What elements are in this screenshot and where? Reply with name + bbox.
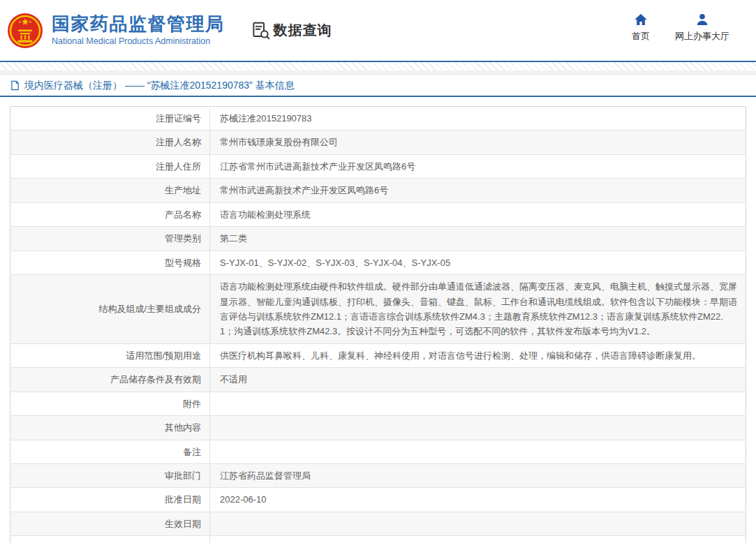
table-row: 附件: [10, 392, 746, 415]
row-label: 生产地址: [10, 179, 210, 202]
row-value: 常州市武进高新技术产业开发区凤鸣路6号: [210, 179, 746, 202]
table-row: 其他内容: [10, 416, 746, 440]
row-value: 语言功能检测处理系统由硬件和软件组成。硬件部分由单通道低通滤波器、隔离变压器、麦…: [210, 275, 746, 344]
row-label: 注册人住所: [10, 154, 210, 178]
row-value: 常州市钱璟康复股份有限公司: [210, 131, 746, 154]
breadcrumb: 境内医疗器械（注册） —— “苏械注准20152190783” 基本信息: [0, 75, 756, 97]
row-value: 江苏省常州市武进高新技术产业开发区凤鸣路6号: [210, 154, 746, 178]
row-value: S-YJX-01、S-YJX-02、S-YJX-03、S-YJX-04、S-YJ…: [210, 251, 746, 274]
site-subtitle: National Medical Products Administration: [52, 36, 225, 46]
content-area: 注册证编号苏械注准20152190783注册人名称常州市钱璟康复股份有限公司注册…: [0, 97, 756, 543]
table-row: 审批部门江苏省药品监督管理局: [10, 464, 746, 488]
table-row: 产品名称语言功能检测处理系统: [10, 202, 746, 226]
user-icon: [695, 13, 709, 27]
site-title-block: 国家药品监督管理局 National Medical Products Admi…: [52, 15, 225, 46]
top-nav: 首页 网上办事大厅: [632, 13, 729, 43]
nav-home[interactable]: 首页: [632, 13, 650, 43]
nav-home-label: 首页: [632, 30, 650, 43]
nav-service-hall[interactable]: 网上办事大厅: [675, 13, 729, 43]
table-row: 管理类别第二类: [10, 227, 746, 251]
row-value: 第二类: [210, 227, 746, 251]
document-search-icon: [251, 21, 270, 40]
table-row: 结构及组成/主要组成成分语言功能检测处理系统由硬件和软件组成。硬件部分由单通道低…: [10, 275, 746, 344]
row-label: 型号规格: [10, 251, 210, 274]
row-value: [210, 512, 746, 535]
table-row: 备注: [10, 440, 746, 463]
striped-band: [0, 62, 756, 70]
table-row: 适用范围/预期用途供医疗机构耳鼻喉科、儿科、康复科、神经科使用，对语言信号进行检…: [10, 343, 746, 367]
table-row: 注册人住所江苏省常州市武进高新技术产业开发区凤鸣路6号: [10, 154, 746, 178]
row-value: 苏械注准20152190783: [210, 107, 746, 131]
table-row: 生产地址常州市武进高新技术产业开发区凤鸣路6号: [10, 179, 746, 202]
table-row: 批准日期2022-06-10: [10, 488, 746, 512]
row-value: [210, 416, 746, 440]
table-row: 有效期至2025-02-09: [10, 536, 746, 543]
row-label: 管理类别: [10, 227, 210, 251]
nmpa-logo[interactable]: 国家药品监督管理局 National Medical Products Admi…: [7, 13, 225, 49]
row-label: 适用范围/预期用途: [10, 343, 210, 367]
registration-info-table: 注册证编号苏械注准20152190783注册人名称常州市钱璟康复股份有限公司注册…: [10, 106, 746, 543]
table-row: 产品储存条件及有效期不适用: [10, 368, 746, 392]
row-label: 注册人名称: [10, 131, 210, 154]
row-value: 江苏省药品监督管理局: [210, 464, 746, 488]
breadcrumb-text: 境内医疗器械（注册） —— “苏械注准20152190783” 基本信息: [24, 80, 295, 92]
row-value: 供医疗机构耳鼻喉科、儿科、康复科、神经科使用，对语言信号进行检测、处理，编辑和储…: [210, 343, 746, 367]
data-query-section[interactable]: 数据查询: [251, 21, 332, 40]
row-value: 语言功能检测处理系统: [210, 202, 746, 226]
home-icon: [634, 13, 648, 27]
row-label: 生效日期: [10, 512, 210, 535]
table-row: 型号规格S-YJX-01、S-YJX-02、S-YJX-03、S-YJX-04、…: [10, 251, 746, 274]
site-header: 国家药品监督管理局 National Medical Products Admi…: [0, 0, 756, 61]
row-label: 注册证编号: [10, 107, 210, 131]
national-emblem-icon: [7, 13, 43, 49]
page-icon: [10, 80, 20, 91]
row-label: 产品名称: [10, 202, 210, 226]
info-table-body: 注册证编号苏械注准20152190783注册人名称常州市钱璟康复股份有限公司注册…: [10, 107, 746, 543]
row-label: 结构及组成/主要组成成分: [10, 275, 210, 344]
row-value: 2022-06-10: [210, 488, 746, 512]
nav-service-hall-label: 网上办事大厅: [675, 30, 729, 43]
row-label: 审批部门: [10, 464, 210, 488]
row-label: 批准日期: [10, 488, 210, 512]
row-label: 有效期至: [10, 536, 210, 543]
row-value: 不适用: [210, 368, 746, 392]
site-title: 国家药品监督管理局: [52, 15, 225, 34]
row-label: 附件: [10, 392, 210, 415]
table-row: 注册人名称常州市钱璟康复股份有限公司: [10, 131, 746, 154]
data-query-label: 数据查询: [274, 21, 332, 40]
row-value: [210, 440, 746, 463]
row-label: 其他内容: [10, 416, 210, 440]
gray-band: [0, 70, 756, 75]
row-label: 产品储存条件及有效期: [10, 368, 210, 392]
row-value: 2025-02-09: [210, 536, 746, 543]
row-value: [210, 392, 746, 415]
table-row: 生效日期: [10, 512, 746, 535]
table-row: 注册证编号苏械注准20152190783: [10, 107, 746, 131]
row-label: 备注: [10, 440, 210, 463]
